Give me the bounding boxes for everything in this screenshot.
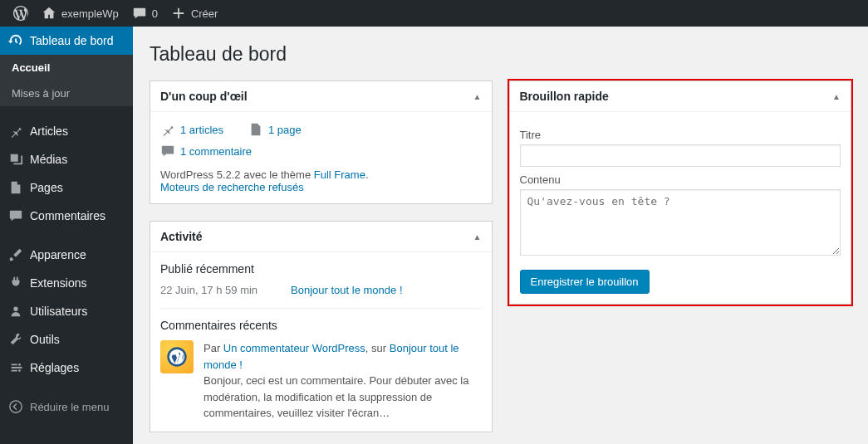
settings-icon xyxy=(8,360,23,375)
sidebar-item-home[interactable]: Accueil xyxy=(0,55,133,81)
widget-activity: Activité ▲ Publié récemment 22 Juin, 17 … xyxy=(150,221,493,432)
wordpress-icon xyxy=(13,6,28,21)
plus-icon xyxy=(171,6,186,21)
svg-point-3 xyxy=(10,401,22,412)
page-icon xyxy=(248,122,263,137)
users-icon xyxy=(8,304,23,319)
glance-pages-link[interactable]: 1 page xyxy=(268,124,302,136)
site-name: exempleWp xyxy=(61,7,119,20)
sidebar-item-appearance[interactable]: Apparence xyxy=(0,241,133,269)
glance-comments-link[interactable]: 1 commentaire xyxy=(180,145,252,158)
toggle-icon[interactable]: ▲ xyxy=(473,92,482,101)
save-draft-button[interactable]: Enregistrer le brouillon xyxy=(520,270,650,294)
comment-icon xyxy=(8,208,23,223)
widget-draft-header[interactable]: Brouillon rapide ▲ xyxy=(510,81,851,112)
media-icon xyxy=(8,152,23,167)
create-label: Créer xyxy=(191,7,218,20)
activity-comments-title: Commentaires récents xyxy=(160,319,482,332)
toggle-icon[interactable]: ▲ xyxy=(832,92,841,101)
activity-recent-title: Publié récemment xyxy=(160,262,482,276)
tools-icon xyxy=(8,332,23,347)
widget-activity-header[interactable]: Activité ▲ xyxy=(150,222,492,252)
draft-content-input[interactable] xyxy=(520,189,841,256)
sidebar-item-comments[interactable]: Commentaires xyxy=(0,202,133,230)
toggle-icon[interactable]: ▲ xyxy=(473,232,482,242)
dashboard-icon xyxy=(8,33,23,48)
pin-icon xyxy=(8,124,23,139)
glance-posts-link[interactable]: 1 articles xyxy=(180,124,223,136)
widget-quick-draft: Brouillon rapide ▲ Titre Contenu Enregis… xyxy=(509,81,852,305)
wordpress-icon xyxy=(166,346,188,368)
sidebar-item-pages[interactable]: Pages xyxy=(0,173,133,202)
page-icon xyxy=(8,180,23,195)
draft-title-input[interactable] xyxy=(520,144,841,167)
sidebar-item-media[interactable]: Médias xyxy=(0,145,133,173)
svg-point-0 xyxy=(18,363,21,366)
site-link[interactable]: exempleWp xyxy=(35,0,125,27)
pin-icon xyxy=(160,122,175,137)
comment-item: Par Un commentateur WordPress, sur Bonjo… xyxy=(160,340,482,422)
svg-point-1 xyxy=(20,367,22,369)
sidebar-item-posts[interactable]: Articles xyxy=(0,117,133,145)
brush-icon xyxy=(8,247,23,262)
comment-icon xyxy=(132,6,147,21)
activity-recent-date: 22 Juin, 17 h 59 min xyxy=(160,284,257,296)
widget-glance: D'un coup d'œil ▲ 1 articles 1 page xyxy=(150,81,493,204)
sidebar-item-tools[interactable]: Outils xyxy=(0,325,133,354)
sidebar-collapse[interactable]: Réduire le menu xyxy=(0,393,133,421)
sidebar-item-users[interactable]: Utilisateurs xyxy=(0,297,133,325)
comment-text: Bonjour, ceci est un commentaire. Pour d… xyxy=(204,374,468,419)
comments-count: 0 xyxy=(152,7,158,20)
sidebar-item-dashboard[interactable]: Tableau de bord xyxy=(0,27,133,55)
create-link[interactable]: Créer xyxy=(164,0,225,27)
activity-recent-post[interactable]: Bonjour tout le monde ! xyxy=(291,284,402,296)
sidebar-item-plugins[interactable]: Extensions xyxy=(0,269,133,297)
draft-content-label: Contenu xyxy=(520,173,841,186)
sidebar-item-settings[interactable]: Réglages xyxy=(0,354,133,382)
glance-version: WordPress 5.2.2 avec le thème Full Frame… xyxy=(160,168,482,181)
plugin-icon xyxy=(8,276,23,290)
comment-icon xyxy=(160,144,175,159)
draft-title-label: Titre xyxy=(520,129,841,141)
search-engines-link[interactable]: Moteurs de recherche refusés xyxy=(160,181,304,193)
main-content: Tableau de bord D'un coup d'œil ▲ 1 arti… xyxy=(133,27,868,444)
admin-toolbar: exempleWp 0 Créer xyxy=(0,0,868,27)
theme-link[interactable]: Full Frame xyxy=(314,168,365,181)
sidebar-item-updates[interactable]: Mises à jour xyxy=(0,81,133,106)
comments-link[interactable]: 0 xyxy=(125,0,164,27)
avatar xyxy=(160,340,194,373)
widget-glance-header[interactable]: D'un coup d'œil ▲ xyxy=(150,81,492,112)
page-title: Tableau de bord xyxy=(150,43,851,66)
admin-sidebar: Tableau de bord Accueil Mises à jour Art… xyxy=(0,27,133,444)
svg-point-2 xyxy=(18,369,21,372)
home-icon xyxy=(42,6,56,21)
comment-author[interactable]: Un commentateur WordPress xyxy=(223,342,365,354)
collapse-icon xyxy=(8,399,23,414)
wp-logo[interactable] xyxy=(7,0,35,27)
